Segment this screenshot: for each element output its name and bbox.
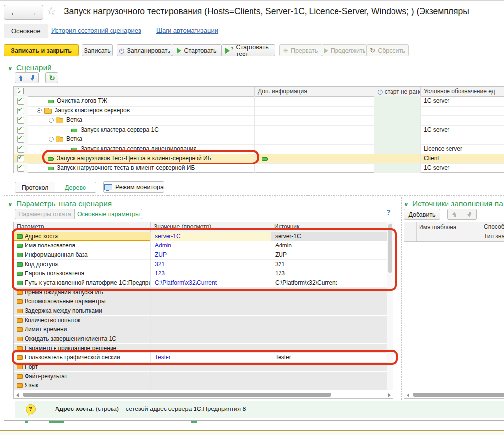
continue-button[interactable]: Продолжить bbox=[322, 44, 367, 56]
scenario-tree-row[interactable]: Очистка логов ТЖ1C server bbox=[14, 96, 504, 107]
check-all-header-cell[interactable]: ✔ bbox=[14, 87, 28, 96]
row-cutoff-cell[interactable] bbox=[498, 144, 504, 154]
params-horizontal-scrollbar[interactable] bbox=[14, 391, 393, 398]
row-cutoff-cell[interactable] bbox=[498, 115, 504, 125]
sources-section-header[interactable]: ∨ Источники заполнения па bbox=[404, 199, 504, 208]
view-tab-protocol[interactable]: Протокол bbox=[15, 182, 55, 193]
param-row[interactable]: Вспомогательные параметры bbox=[14, 297, 388, 306]
scenario-tree-row[interactable]: Ветка bbox=[14, 135, 504, 145]
param-value-cell[interactable] bbox=[150, 306, 271, 316]
row-extra-info-cell[interactable] bbox=[254, 144, 374, 154]
monitor-mode-button[interactable]: Режим монитора bbox=[103, 181, 164, 193]
row-tree-cell[interactable]: Запуск кластеров серверов bbox=[28, 106, 254, 116]
row-check-cell[interactable] bbox=[14, 125, 28, 135]
row-extra-info-cell[interactable] bbox=[254, 115, 374, 125]
step-params-section-header[interactable]: ∨ Параметры шага сценария bbox=[8, 199, 112, 208]
scenario-tree-row[interactable]: Ветка bbox=[14, 115, 504, 126]
vertical-separator[interactable] bbox=[401, 197, 402, 400]
row-designation-cell[interactable]: Licence server bbox=[420, 144, 498, 154]
view-tab-tree[interactable]: Дерево bbox=[55, 182, 96, 193]
param-source-cell[interactable] bbox=[271, 325, 388, 334]
collapse-minus-icon[interactable] bbox=[37, 108, 42, 113]
row-start-not-before-cell[interactable] bbox=[374, 106, 420, 116]
param-value-cell[interactable] bbox=[150, 297, 271, 306]
row-extra-info-cell[interactable] bbox=[254, 163, 374, 173]
row-designation-cell[interactable] bbox=[420, 106, 498, 116]
param-source-cell[interactable] bbox=[271, 316, 388, 325]
row-start-not-before-cell[interactable] bbox=[374, 154, 420, 163]
collapse-minus-icon[interactable] bbox=[49, 118, 54, 123]
row-start-not-before-cell[interactable] bbox=[374, 96, 420, 106]
reset-button[interactable]: ↻Сбросить bbox=[366, 44, 409, 56]
param-name-cell[interactable]: Количество попыток bbox=[14, 316, 150, 325]
checkbox-checked-icon[interactable] bbox=[17, 98, 24, 105]
param-value-cell[interactable] bbox=[150, 325, 271, 334]
row-designation-cell[interactable]: 1C server bbox=[420, 96, 498, 106]
row-tree-cell[interactable]: Ветка bbox=[28, 115, 254, 125]
param-row[interactable]: Количество попыток bbox=[14, 316, 388, 325]
row-start-not-before-cell[interactable] bbox=[374, 115, 420, 125]
row-tree-cell[interactable]: Ветка bbox=[28, 135, 254, 144]
row-designation-cell[interactable] bbox=[420, 115, 498, 125]
param-row[interactable]: Лимит времени bbox=[14, 325, 388, 334]
row-cutoff-cell[interactable] bbox=[498, 154, 504, 163]
param-name-cell[interactable]: Лимит времени bbox=[14, 325, 150, 334]
sources-horizontal-scrollbar[interactable] bbox=[404, 391, 504, 398]
row-check-cell[interactable] bbox=[14, 154, 28, 163]
param-source-cell[interactable] bbox=[271, 381, 388, 390]
move-up-button[interactable] bbox=[15, 72, 27, 83]
row-check-cell[interactable] bbox=[14, 96, 28, 106]
param-name-cell[interactable]: Файл-результат bbox=[14, 372, 150, 381]
row-cutoff-cell[interactable] bbox=[498, 106, 504, 116]
collapse-minus-icon[interactable] bbox=[49, 137, 54, 142]
source-move-down-button[interactable] bbox=[462, 209, 477, 220]
row-extra-info-cell[interactable] bbox=[254, 106, 374, 116]
checkbox-checked-icon[interactable] bbox=[17, 136, 24, 143]
schedule-button[interactable]: ◷Запланировать bbox=[117, 44, 172, 56]
move-down-button[interactable] bbox=[27, 72, 39, 83]
back-button[interactable]: ← bbox=[4, 5, 24, 19]
scroll-left-icon[interactable] bbox=[16, 393, 19, 397]
row-start-not-before-cell[interactable] bbox=[374, 125, 420, 135]
param-source-cell[interactable] bbox=[271, 306, 388, 316]
save-and-close-button[interactable]: Записать и закрыть bbox=[4, 44, 79, 56]
checkbox-checked-icon[interactable] bbox=[17, 127, 24, 134]
param-value-cell[interactable] bbox=[150, 372, 271, 381]
scenario-tree-row[interactable]: Запуск кластеров серверов bbox=[14, 106, 504, 116]
row-extra-info-cell[interactable] bbox=[254, 125, 374, 135]
param-value-cell[interactable] bbox=[150, 334, 271, 344]
scenario-tree-row[interactable]: Запуск нагрузочного теста в клиент-серве… bbox=[14, 163, 504, 174]
checkbox-checked-icon[interactable] bbox=[17, 165, 24, 172]
row-extra-info-cell[interactable] bbox=[254, 154, 374, 163]
row-tree-cell[interactable]: Запуск кластера сервера 1С bbox=[28, 125, 254, 135]
row-tree-cell[interactable]: Запуск нагрузочного теста в клиент-серве… bbox=[28, 163, 254, 173]
row-designation-cell[interactable] bbox=[420, 135, 498, 144]
tab-automation-steps[interactable]: Шаги автоматизации bbox=[156, 27, 218, 34]
row-tree-cell[interactable]: Очистка логов ТЖ bbox=[28, 96, 254, 106]
param-row[interactable]: Язык bbox=[14, 381, 388, 390]
param-row[interactable]: Задержка между попытками bbox=[14, 306, 388, 316]
checkbox-checked-icon[interactable] bbox=[17, 117, 24, 124]
row-check-cell[interactable] bbox=[14, 115, 28, 125]
tab-rollback-params[interactable]: Параметры отката bbox=[15, 209, 75, 219]
row-designation-cell[interactable]: 1C server bbox=[420, 125, 498, 135]
start-test-button[interactable]: ?Стартовать тест bbox=[221, 44, 275, 56]
row-check-cell[interactable] bbox=[14, 163, 28, 173]
param-source-cell[interactable] bbox=[271, 372, 388, 381]
scenario-section-header[interactable]: ∨ Сценарий bbox=[8, 63, 52, 72]
tab-main[interactable]: Основное bbox=[4, 24, 48, 38]
save-button[interactable]: Записать bbox=[82, 44, 113, 56]
row-cutoff-cell[interactable] bbox=[498, 163, 504, 173]
checkbox-checked-icon[interactable] bbox=[17, 155, 24, 162]
param-name-cell[interactable]: Язык bbox=[14, 381, 150, 390]
row-cutoff-cell[interactable] bbox=[498, 135, 504, 144]
scroll-right-icon[interactable] bbox=[388, 393, 391, 397]
add-source-button[interactable]: Добавить bbox=[404, 209, 440, 220]
horizontal-separator[interactable] bbox=[4, 195, 504, 196]
params-help-link[interactable]: ? bbox=[386, 208, 391, 216]
row-start-not-before-cell[interactable] bbox=[374, 135, 420, 144]
row-start-not-before-cell[interactable] bbox=[374, 144, 420, 154]
favorite-star-icon[interactable]: ☆ bbox=[46, 5, 56, 18]
tab-main-params[interactable]: Основные параметры bbox=[74, 209, 142, 219]
row-check-cell[interactable] bbox=[14, 106, 28, 116]
